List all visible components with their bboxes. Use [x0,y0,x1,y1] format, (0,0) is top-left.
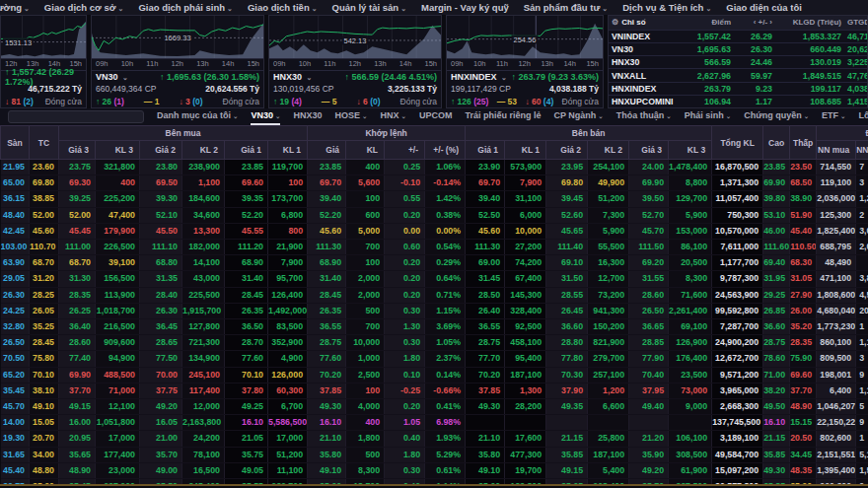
cell-2: 69.90 [59,367,96,383]
table-row[interactable]: 65.2070.1069.90488,50070.00245,10070.101… [1,367,868,383]
table-row[interactable]: 63.9068.7068.7039,10068.8014,10068.907,9… [1,255,868,271]
menu-item-3[interactable]: Giao dịch phái sinh⌄ [138,2,233,13]
tab-th-a-thu-n[interactable]: Thỏa thuận⌄ [616,108,672,125]
chevron-down-icon: ⌄ [122,74,128,81]
cell-4: 37.75 [140,383,182,398]
cell-6: 21.05 [225,431,268,447]
menu-item-2[interactable]: Giao dịch cơ sở⌄ [44,2,124,13]
index-gtgd: 1,415 [845,97,868,106]
tab-vn30[interactable]: VN30⌄ [251,108,280,125]
cell-20: 37.70 [790,383,817,398]
cell-21: 860,100 [817,335,856,351]
cell-1: 70.10 [30,367,59,383]
index-row[interactable]: VNXALL2,627.9659.971,849.51547,768 [609,68,867,81]
table-row[interactable]: 36.1538.8539.25225,20039.30184,60039.351… [1,191,868,207]
menu-item-8[interactable]: Dịch vụ & Tiện ích⌄ [622,2,711,13]
tab-cp-ng-nh[interactable]: CP Ngành⌄ [553,108,603,125]
index-gtgd: 20,624 [845,44,868,54]
table-row[interactable]: 70.5075.8077.4094,90077.50134,90077.604,… [1,351,868,367]
cell-0: 70.50 [1,351,30,367]
cell-6: 36.50 [225,319,268,335]
advancers-count: ↑ 26 (1) [96,97,124,106]
tab-l-l-[interactable]: Lô lẻ⌄ [859,108,868,125]
table-row[interactable]: 24.2526.0526.251,018,70026.301,915,70026… [1,303,868,318]
table-row[interactable]: 29.0531.2031.30156,50031.3543,00031.4095… [1,271,868,287]
search-input[interactable] [8,110,144,123]
cell-19: 39.80 [763,191,790,207]
cell-11: 6.98% [425,415,466,431]
cell-2: 36.40 [59,319,96,335]
menu-item-1[interactable]: Thị trường⌄ [0,2,30,13]
cell-7: 7,900 [268,255,308,271]
col-header-thap: Thấp [790,126,817,160]
index-row[interactable]: HNXINDEX263.799.23199.1174,038 [609,82,867,95]
tab-danh-m-c-c-a-t-i[interactable]: Danh mục của tôi⌄ [157,108,238,125]
index-value: ↑ 566.59 (24.46 4.51%) [344,72,437,82]
cell-12: 69.00 [466,255,505,271]
session-status: Đóng cửa [45,97,82,106]
index-row[interactable]: HNXUPCOMINI106.941.17108.6851,415 [609,95,867,107]
cell-5: 721,300 [182,335,225,351]
table-row[interactable]: 26.3028.2528.35113,90028.40225,50028.451… [1,287,868,303]
index-row[interactable]: VNINDEX1,557.4226.291,853.32746,715 [609,30,867,42]
menu-item-7[interactable]: Sản phẩm đầu tư⌄ [524,2,609,13]
table-row[interactable]: 103.00110.70111.00226,500111.10182,00011… [1,240,868,255]
cell-11: 0.29% [425,255,466,271]
table-row[interactable]: 45.4048.8048.9023,00049.0016,50049.0511,… [1,462,868,478]
cell-1: 48.80 [30,462,59,478]
gear-icon[interactable]: ⚙ [612,18,618,27]
table-row[interactable]: 19.3020.7020.9517,00021.0024,20021.0517,… [1,431,868,447]
index-name-dropdown[interactable]: HNXINDEX ⌄ [451,72,507,82]
cell-4: 49.00 [140,462,182,478]
tab-hnx30[interactable]: HNX30 [293,108,322,125]
table-row[interactable]: 32.8035.2536.40216,50036.45127,80036.508… [1,319,868,335]
menu-item-6[interactable]: Margin - Vay ký quỹ [421,2,509,13]
tab-ph-i-sinh[interactable]: Phái sinh⌄ [685,108,731,125]
tab-hose[interactable]: HOSE⌄ [334,108,367,125]
cell-1: 28.45 [30,335,59,351]
cell-6: 26.35 [225,303,268,318]
table-row[interactable]: 26.5028.4528.60909,60028.65721,30028.703… [1,335,868,351]
cell-17: 5,900 [669,207,712,223]
index-row[interactable]: VN301,695.6326.30660.44920,624 [609,42,867,55]
cell-20: 20.50 [790,431,817,447]
tab-upcom[interactable]: UPCOM [419,108,453,125]
tab-hnx[interactable]: HNX⌄ [380,108,405,125]
table-row[interactable]: 35.4538.1037.7071,00037.75117,40037.8060… [1,383,868,398]
cell-10: 0.20 [385,255,425,271]
table-row[interactable]: 21.9523.6023.75321,80023.80238,90023.851… [1,160,868,175]
cell-14: 70.30 [546,367,588,383]
index-name-dropdown[interactable]: HNX30 ⌄ [273,72,312,82]
index-change: 9.23 [735,84,776,94]
cell-12: 28.75 [466,335,505,351]
cell-11: 0.38% [425,207,466,223]
cell-16: 21.20 [629,431,669,447]
cell-6: 68.90 [225,255,268,271]
table-row[interactable]: 31.6534.0035.65177,40035.7078,10035.7551… [1,447,868,462]
tab-ch-ng-quy-n[interactable]: Chứng quyền⌄ [744,108,809,125]
cell-7: 100 [268,175,308,191]
tab-tr-i-phi-u-ri-ng-l-[interactable]: Trái phiếu riêng lẻ [465,108,541,125]
menu-item-9[interactable]: Giao diện của tôi [726,2,802,13]
cell-9: 4,000 [346,399,385,415]
index-points: 2,627.96 [680,71,735,81]
index-name-dropdown[interactable]: VN30 ⌄ [96,72,128,82]
table-row[interactable]: 42.4545.6045.45179,90045.5013,30045.5580… [1,223,868,239]
cell-1: 38.10 [30,383,59,398]
cell-8: 111.30 [308,240,346,255]
floor-count: (0) [370,97,380,106]
cell-7: 95,700 [268,271,308,287]
menu-item-5[interactable]: Quản lý tài sản⌄ [332,2,406,13]
index-row[interactable]: HNX30566.5924.46130.0193,225 [609,55,867,68]
table-row[interactable]: 48.4052.0052.0047,40052.1034,60052.206,8… [1,207,868,223]
tab-etf[interactable]: ETF⌄ [822,108,845,125]
table-row[interactable]: 65.0069.8069.3040069.501,10069.6010069.7… [1,175,868,191]
cell-9: 500 [346,303,385,318]
menu-item-4[interactable]: Giao dịch tiền⌄ [248,2,318,13]
table-row[interactable]: 14.0015.0516.001,051,80016.052,163,80016… [1,415,868,431]
session-status: Đóng cửa [223,97,259,106]
table-row[interactable]: 45.7049.1049.1512,10049.2012,00049.256,7… [1,399,868,415]
cell-22 [856,255,868,271]
cell-13: 10,000 [505,223,546,239]
x-axis-tick: 10h [473,59,486,70]
